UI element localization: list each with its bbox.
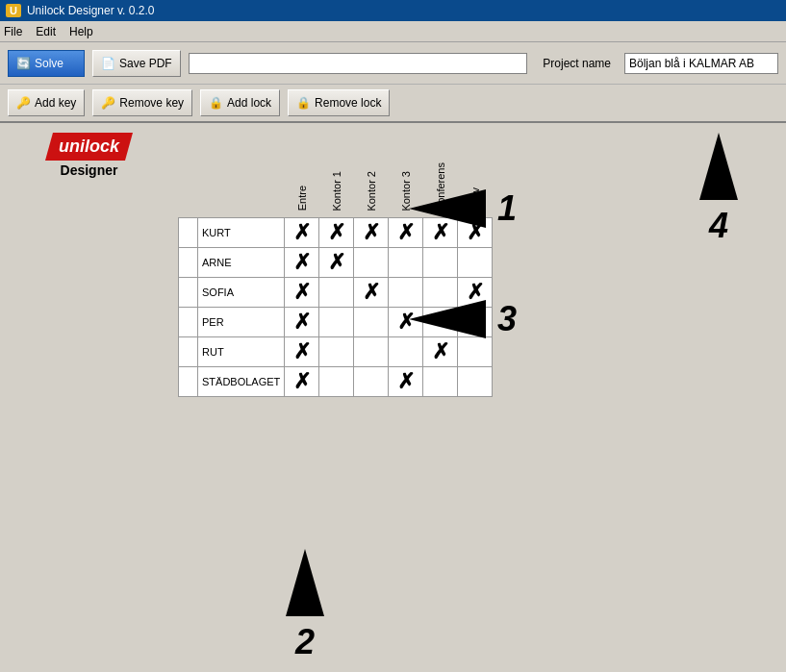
menu-help[interactable]: Help	[69, 25, 93, 38]
table-row: RUT✗✗	[179, 336, 493, 366]
save-pdf-button[interactable]: 📄 Save PDF	[92, 50, 181, 77]
project-name-label: Project name	[543, 57, 611, 70]
cell-2-0[interactable]: ✗	[285, 277, 319, 307]
svg-marker-3	[699, 133, 738, 200]
row-checkbox-4[interactable]	[179, 336, 198, 366]
menu-file[interactable]: File	[4, 25, 22, 38]
svg-marker-1	[286, 549, 324, 616]
row-checkbox-2[interactable]	[179, 277, 198, 307]
cell-5-0[interactable]: ✗	[285, 366, 319, 396]
table-row: STÄDBOLAGET✗✗	[179, 366, 493, 396]
annotation-4: 4	[699, 133, 738, 246]
cell-4-4[interactable]: ✗	[423, 336, 458, 366]
annotation-3: 3	[409, 299, 517, 339]
table-area: Entre Kontor 1 Kontor 2 Kontor 3 Konfere	[178, 123, 786, 405]
cell-1-0[interactable]: ✗	[285, 247, 319, 277]
cell-1-5[interactable]	[458, 247, 493, 277]
cell-5-2[interactable]	[354, 366, 389, 396]
add-key-button[interactable]: 🔑 Add key	[8, 89, 85, 116]
cell-4-3[interactable]	[389, 336, 423, 366]
cell-4-0[interactable]: ✗	[285, 336, 319, 366]
svg-marker-0	[409, 189, 486, 228]
cell-1-4[interactable]	[423, 247, 458, 277]
cell-1-3[interactable]	[389, 247, 423, 277]
row-header-3: PER	[198, 307, 285, 336]
cell-4-5[interactable]	[458, 336, 493, 366]
cell-5-5[interactable]	[458, 366, 493, 396]
cell-1-2[interactable]	[354, 247, 389, 277]
progress-bar	[189, 53, 528, 74]
cell-3-2[interactable]	[354, 307, 389, 336]
row-checkbox-5[interactable]	[179, 366, 198, 396]
solve-icon: 🔄	[16, 57, 31, 70]
cell-5-3[interactable]: ✗	[389, 366, 423, 396]
cell-2-1[interactable]	[319, 277, 354, 307]
project-name-input[interactable]	[624, 53, 778, 74]
app-logo: U	[6, 4, 21, 17]
main-table: Entre Kontor 1 Kontor 2 Kontor 3 Konfere	[178, 131, 493, 397]
add-lock-button[interactable]: 🔒 Add lock	[200, 89, 280, 116]
arrow-2-icon	[286, 549, 324, 616]
col-header-entre: Entre	[285, 131, 319, 217]
annotation-label-1: 1	[497, 188, 517, 229]
designer-label: Designer	[61, 162, 118, 178]
main-content: unilock Designer Entre Kontor 1	[0, 123, 786, 672]
toolbar2: 🔑 Add key 🔑 Remove key 🔒 Add lock 🔒 Remo…	[0, 85, 786, 123]
cell-0-2[interactable]: ✗	[354, 217, 389, 247]
annotation-label-2: 2	[295, 622, 315, 662]
row-header-2: SOFIA	[198, 277, 285, 307]
menu-edit[interactable]: Edit	[36, 25, 56, 38]
annotation-2: 2	[286, 549, 324, 662]
table-row: ARNE✗✗	[179, 247, 493, 277]
menu-bar: File Edit Help	[0, 21, 786, 42]
cell-0-0[interactable]: ✗	[285, 217, 319, 247]
toolbar1: 🔄 Solve 📄 Save PDF Project name	[0, 42, 786, 85]
annotation-1: 1	[409, 188, 517, 229]
arrow-3-icon	[409, 300, 486, 338]
annotation-label-3: 3	[497, 299, 517, 339]
cell-5-1[interactable]	[319, 366, 354, 396]
row-checkbox-1[interactable]	[179, 247, 198, 277]
cell-2-2[interactable]: ✗	[354, 277, 389, 307]
col-header-kontor1: Kontor 1	[319, 131, 354, 217]
title-bar: U Unilock Designer v. 0.2.0	[0, 0, 786, 21]
app-title: Unilock Designer v. 0.2.0	[27, 4, 155, 17]
cell-4-1[interactable]	[319, 336, 354, 366]
remove-lock-icon: 🔒	[296, 96, 311, 110]
cell-5-4[interactable]	[423, 366, 458, 396]
row-header-1: ARNE	[198, 247, 285, 277]
remove-lock-button[interactable]: 🔒 Remove lock	[288, 89, 390, 116]
row-header-4: RUT	[198, 336, 285, 366]
unilock-logo: unilock	[45, 133, 133, 161]
cell-4-2[interactable]	[354, 336, 389, 366]
remove-key-button[interactable]: 🔑 Remove key	[92, 89, 192, 116]
solve-button[interactable]: 🔄 Solve	[8, 50, 85, 77]
arrow-4-icon	[699, 133, 738, 200]
cell-3-0[interactable]: ✗	[285, 307, 319, 336]
annotation-label-4: 4	[709, 206, 728, 246]
pdf-icon: 📄	[101, 57, 115, 70]
row-header-5: STÄDBOLAGET	[198, 366, 285, 396]
add-key-icon: 🔑	[16, 96, 31, 110]
cell-0-1[interactable]: ✗	[319, 217, 354, 247]
row-checkbox-0[interactable]	[179, 217, 198, 247]
svg-marker-2	[409, 300, 486, 338]
arrow-1-icon	[409, 189, 486, 228]
remove-key-icon: 🔑	[101, 96, 115, 110]
add-lock-icon: 🔒	[209, 96, 223, 110]
row-header-0: KURT	[198, 217, 285, 247]
left-panel: unilock Designer	[0, 123, 178, 672]
cell-1-1[interactable]: ✗	[319, 247, 354, 277]
cell-3-1[interactable]	[319, 307, 354, 336]
row-checkbox-3[interactable]	[179, 307, 198, 336]
col-header-kontor2: Kontor 2	[354, 131, 389, 217]
